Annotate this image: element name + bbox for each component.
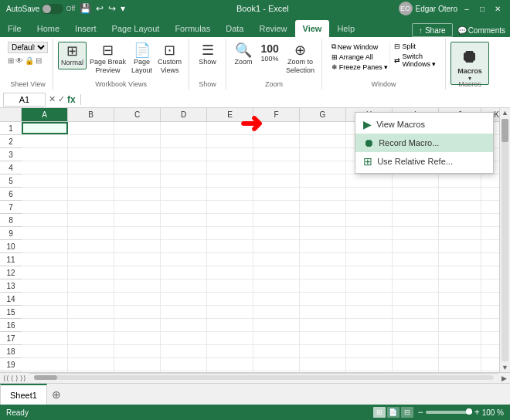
grid-cell[interactable] — [68, 122, 114, 134]
page-layout-status-btn[interactable]: 📄 — [387, 407, 400, 418]
grid-cell[interactable] — [114, 148, 161, 161]
grid-cell[interactable] — [161, 358, 207, 371]
grid-cell[interactable] — [68, 332, 114, 344]
grid-cell[interactable] — [253, 306, 300, 318]
col-header-f[interactable]: F — [253, 108, 300, 121]
grid-cell[interactable] — [68, 293, 114, 305]
grid-cell[interactable] — [114, 306, 161, 318]
grid-cell[interactable] — [22, 148, 68, 161]
switch-windows-button[interactable]: ⇄ SwitchWindows ▾ — [393, 52, 437, 69]
grid-cell[interactable] — [207, 148, 253, 161]
grid-cell[interactable] — [439, 306, 481, 318]
tab-review[interactable]: Review — [251, 20, 294, 37]
grid-cell[interactable] — [68, 135, 114, 147]
save-icon[interactable]: 💾 — [78, 3, 93, 14]
grid-cell[interactable] — [300, 135, 346, 147]
grid-cell[interactable] — [481, 306, 499, 318]
grid-cell[interactable] — [161, 122, 207, 134]
grid-cell[interactable] — [207, 266, 253, 279]
grid-cell[interactable] — [481, 227, 499, 239]
grid-cell[interactable] — [300, 306, 346, 318]
grid-cell[interactable] — [114, 227, 161, 239]
split-button[interactable]: ⊟ Split — [393, 42, 437, 51]
grid-cell[interactable] — [68, 188, 114, 200]
zoom-minus-button[interactable]: − — [418, 407, 423, 418]
grid-cell[interactable] — [68, 214, 114, 226]
grid-cell[interactable] — [161, 227, 207, 239]
grid-cell[interactable] — [346, 266, 393, 279]
grid-cell[interactable] — [439, 319, 481, 331]
grid-cell[interactable] — [22, 345, 68, 357]
grid-cell[interactable] — [22, 332, 68, 344]
grid-cell[interactable] — [481, 332, 499, 344]
view-icon-4[interactable]: ⊟ — [36, 56, 42, 65]
zoom-100-button[interactable]: 100 100% — [257, 42, 282, 65]
grid-cell[interactable] — [300, 201, 346, 213]
normal-view-button[interactable]: ⊞ Normal — [58, 42, 87, 69]
grid-cell[interactable] — [22, 174, 68, 187]
cell-reference-input[interactable] — [3, 93, 46, 107]
grid-cell[interactable] — [207, 161, 253, 174]
grid-cell[interactable] — [114, 345, 161, 357]
grid-cell[interactable] — [207, 358, 253, 371]
grid-cell[interactable] — [393, 201, 439, 213]
grid-cell[interactable] — [300, 345, 346, 357]
formula-input[interactable] — [86, 93, 507, 107]
grid-cell[interactable] — [253, 319, 300, 331]
grid-cell[interactable] — [439, 279, 481, 292]
autosave-toggle[interactable] — [42, 4, 63, 14]
grid-cell[interactable] — [253, 358, 300, 371]
page-break-preview-button[interactable]: ⊟ Page BreakPreview — [87, 42, 128, 76]
grid-cell[interactable] — [481, 240, 499, 252]
grid-cell[interactable] — [300, 358, 346, 371]
grid-cell[interactable] — [439, 266, 481, 279]
add-sheet-button[interactable]: ⊕ — [47, 387, 66, 402]
grid-cell[interactable] — [253, 174, 300, 187]
h-scroll-right-arrow[interactable]: ▶ — [502, 374, 507, 382]
scroll-first-icon[interactable]: ⟨⟨ — [3, 374, 9, 382]
tab-page-layout[interactable]: Page Layout — [104, 20, 168, 37]
grid-cell[interactable] — [439, 174, 481, 187]
grid-cell[interactable] — [253, 253, 300, 266]
grid-cell[interactable] — [161, 332, 207, 344]
zoom-thumb[interactable] — [466, 408, 472, 415]
grid-cell[interactable] — [393, 174, 439, 187]
zoom-plus-button[interactable]: + — [474, 407, 480, 418]
grid-cell[interactable] — [207, 279, 253, 292]
confirm-formula-icon[interactable]: ✓ — [58, 94, 65, 104]
grid-cell[interactable] — [439, 345, 481, 357]
grid-cell[interactable] — [346, 345, 393, 357]
grid-cell[interactable] — [300, 227, 346, 239]
grid-cell[interactable] — [114, 266, 161, 279]
grid-cell[interactable] — [114, 161, 161, 174]
scroll-prev-icon[interactable]: ⟨ — [11, 374, 14, 382]
grid-cell[interactable] — [68, 253, 114, 266]
comments-button[interactable]: 💬 Comments — [457, 26, 505, 35]
grid-cell[interactable] — [346, 240, 393, 252]
grid-cell[interactable] — [161, 240, 207, 252]
grid-cell[interactable] — [207, 293, 253, 305]
grid-cell[interactable] — [22, 201, 68, 213]
grid-cell[interactable] — [393, 332, 439, 344]
grid-cell[interactable] — [481, 201, 499, 213]
grid-cell[interactable] — [481, 319, 499, 331]
grid-cell[interactable] — [114, 135, 161, 147]
page-layout-view-button[interactable]: 📄 PageLayout — [129, 42, 155, 76]
show-button[interactable]: ☰ Show — [196, 42, 220, 68]
col-header-g[interactable]: G — [300, 108, 346, 121]
grid-cell[interactable] — [439, 214, 481, 226]
grid-cell[interactable] — [439, 188, 481, 200]
grid-cell[interactable] — [68, 319, 114, 331]
tab-help[interactable]: Help — [329, 20, 362, 37]
grid-cell[interactable] — [346, 188, 393, 200]
col-header-b[interactable]: B — [68, 108, 114, 121]
grid-cell[interactable] — [114, 188, 161, 200]
grid-cell[interactable] — [439, 227, 481, 239]
grid-cell[interactable] — [393, 253, 439, 266]
redo-icon[interactable]: ↪ — [107, 3, 117, 14]
grid-cell[interactable] — [22, 293, 68, 305]
grid-cell[interactable] — [68, 345, 114, 357]
grid-cell[interactable] — [207, 319, 253, 331]
grid-cell[interactable] — [346, 214, 393, 226]
grid-cell[interactable] — [207, 253, 253, 266]
